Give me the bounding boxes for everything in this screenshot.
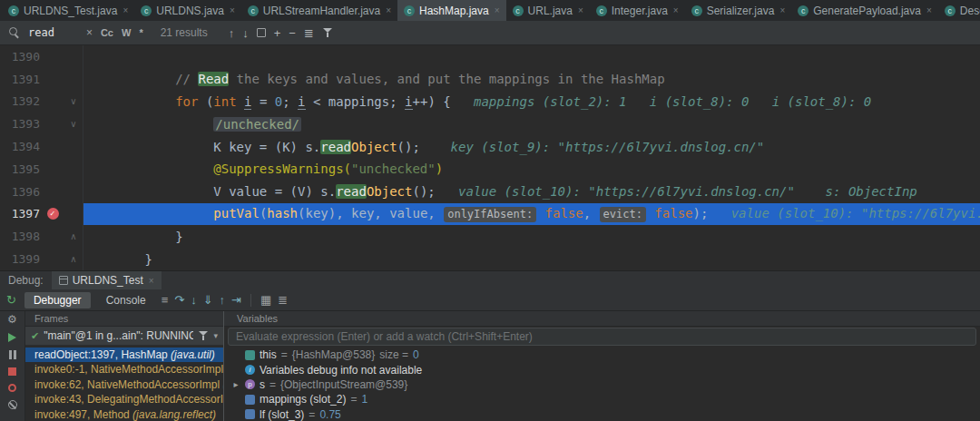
view-breakpoints-grid-icon[interactable]: ▦ (260, 293, 271, 307)
editor-line[interactable]: 1396 V value = (V) s.readObject(); value… (0, 181, 980, 203)
line-number: 1396 (0, 185, 40, 199)
gutter: 1399∧ (0, 248, 83, 270)
editor-tab[interactable]: cHashMap.java× (397, 0, 506, 21)
editor-line[interactable]: 1394 K key = (K) s.readObject(); key (sl… (0, 135, 980, 158)
frame-row[interactable]: readObject:1397, HashMap (java.util) (25, 348, 223, 362)
frame-row[interactable]: invoke:43, DelegatingMethodAccessorImp (25, 392, 223, 406)
variable-row[interactable]: mappings (slot_2) = 1 (224, 392, 980, 406)
resume-button[interactable] (8, 333, 16, 342)
code-text: for (int i = 0; i < mappings; i++) { map… (83, 94, 871, 109)
editor-tab[interactable]: cURLStreamHandler.java× (241, 0, 397, 21)
fold-marker-icon[interactable]: ∨ (65, 96, 82, 106)
stop-button[interactable] (8, 367, 16, 376)
chevron-down-icon[interactable]: ▾ (213, 331, 218, 340)
close-icon[interactable]: × (149, 276, 154, 286)
gutter: 1398∧ (0, 225, 83, 248)
clear-search-icon[interactable]: × (86, 26, 93, 39)
editor-line[interactable]: 1398∧ } (0, 225, 980, 248)
code-area: putVal(hash(key), key, value, onlyIfAbse… (83, 203, 980, 226)
variable-row[interactable]: ▸ps = {ObjectInputStream@539} (224, 377, 980, 392)
editor-line[interactable]: 1397 putVal(hash(key), key, value, onlyI… (0, 203, 980, 226)
fold-marker-icon[interactable]: ∧ (65, 254, 82, 264)
step-into-icon[interactable]: ↓ (191, 293, 197, 307)
evaluate-expression-input[interactable]: Evaluate expression (Enter) or add a wat… (228, 328, 976, 346)
select-all-occurrences-icon[interactable] (257, 28, 266, 37)
editor-line[interactable]: 1390 (0, 45, 980, 68)
debug-window-header: Debug: URLDNS_Test × (0, 270, 980, 289)
editor-tab[interactable]: cInteger.java× (590, 0, 685, 21)
editor-line[interactable]: 1395 @SuppressWarnings("unchecked") (0, 158, 980, 181)
fold-marker-icon[interactable]: ∨ (65, 119, 82, 129)
close-icon[interactable]: × (230, 5, 235, 15)
breakpoint-icon[interactable] (47, 208, 59, 220)
editor-tab[interactable]: cURLDNS.java× (134, 0, 241, 21)
match-case-toggle[interactable]: Cc (101, 27, 113, 38)
previous-occurrence-icon[interactable]: ↑ (229, 26, 235, 40)
close-icon[interactable]: × (386, 5, 391, 15)
expand-arrow-icon[interactable]: ▸ (231, 379, 240, 389)
close-icon[interactable]: × (495, 5, 500, 15)
add-occurrence-icon[interactable]: + (274, 26, 281, 40)
frames-list: readObject:1397, HashMap (java.util)invo… (25, 346, 223, 421)
step-out-icon[interactable]: ↑ (220, 293, 226, 307)
close-icon[interactable]: × (926, 5, 932, 15)
search-input[interactable]: read (28, 26, 54, 39)
close-icon[interactable]: × (578, 5, 583, 15)
line-number: 1398 (0, 230, 40, 243)
editor-tab[interactable]: cSerializer.java× (685, 0, 792, 21)
editor-line[interactable]: 1392∨ for (int i = 0; i < mappings; i++)… (0, 91, 980, 113)
regex-toggle[interactable]: * (139, 27, 142, 38)
thread-selector[interactable]: ✔ "main"@1 in g...ain": RUNNING ▾ (25, 327, 223, 346)
next-occurrence-icon[interactable]: ↓ (242, 26, 249, 40)
tab-label: Integer.java (612, 5, 668, 17)
run-to-cursor-icon[interactable]: ⇥ (231, 293, 241, 307)
mute-breakpoints-button[interactable] (8, 400, 17, 409)
pause-button[interactable] (9, 350, 16, 359)
editor-line[interactable]: 1399∧ } (0, 248, 980, 270)
whole-words-toggle[interactable]: W (122, 27, 131, 38)
editor-tab[interactable]: cURL.java× (506, 0, 590, 21)
class-icon: c (404, 5, 415, 16)
filter-icon[interactable] (322, 27, 333, 38)
layout-settings-icon[interactable]: ≡ (162, 293, 169, 307)
view-breakpoints-button[interactable] (8, 384, 16, 392)
settings-lines-icon[interactable]: ≣ (278, 293, 288, 307)
close-icon[interactable]: × (779, 5, 785, 15)
class-icon: c (248, 5, 259, 16)
editor-line[interactable]: 1391 // Read the keys and values, and pu… (0, 68, 980, 91)
class-icon: c (945, 5, 956, 16)
frame-row[interactable]: invoke:62, NativeMethodAccessorImpl (sun (25, 377, 223, 392)
close-icon[interactable]: × (122, 5, 128, 15)
close-icon[interactable]: × (673, 5, 679, 15)
class-icon: c (798, 5, 808, 16)
search-options-icon[interactable]: ≣ (304, 26, 314, 40)
editor-tab[interactable]: cGeneratePayload.java× (791, 0, 938, 21)
tab-label: URLStreamHandler.java (263, 5, 380, 17)
frames-filter-icon[interactable] (198, 330, 209, 341)
editor-line[interactable]: 1393∨ /unchecked/ (0, 113, 980, 135)
remove-occurrence-icon[interactable]: − (289, 26, 296, 40)
gutter: 1396 (0, 181, 83, 203)
tab-console[interactable]: Console (97, 292, 155, 308)
frame-row[interactable]: invoke0:-1, NativeMethodAccessorImpl (su (25, 362, 223, 377)
variable-row[interactable]: lf (slot_3) = 0.75 (224, 407, 980, 421)
gutter: 1397 (0, 203, 83, 226)
tab-debugger[interactable]: Debugger (24, 292, 91, 308)
variable-row[interactable]: iVariables debug info not available (224, 362, 980, 377)
fold-marker-icon[interactable]: ∧ (65, 231, 82, 241)
line-number: 1399 (0, 252, 40, 266)
editor-tab[interactable]: cDeserializer.java× (938, 0, 980, 21)
variable-row[interactable]: this = {HashMap@538} size = 0 (224, 348, 980, 362)
force-step-into-icon[interactable]: ⇓ (203, 293, 213, 307)
line-number: 1393 (0, 117, 40, 131)
tab-label: URLDNS.java (156, 5, 224, 17)
frame-row[interactable]: invoke:497, Method (java.lang.reflect) (25, 407, 223, 421)
variables-panel: Variables Evaluate expression (Enter) or… (224, 311, 980, 421)
step-over-icon[interactable]: ↷ (174, 293, 184, 307)
gutter: 1392∨ (0, 91, 83, 113)
debug-session-tab[interactable]: URLDNS_Test × (52, 271, 162, 289)
code-text: @SuppressWarnings("unchecked") (83, 162, 443, 176)
rerun-icon[interactable]: ↻ (6, 293, 16, 307)
editor-tab[interactable]: cURLDNS_Test.java× (2, 0, 134, 21)
wrench-icon[interactable]: ⚙ (7, 315, 17, 325)
